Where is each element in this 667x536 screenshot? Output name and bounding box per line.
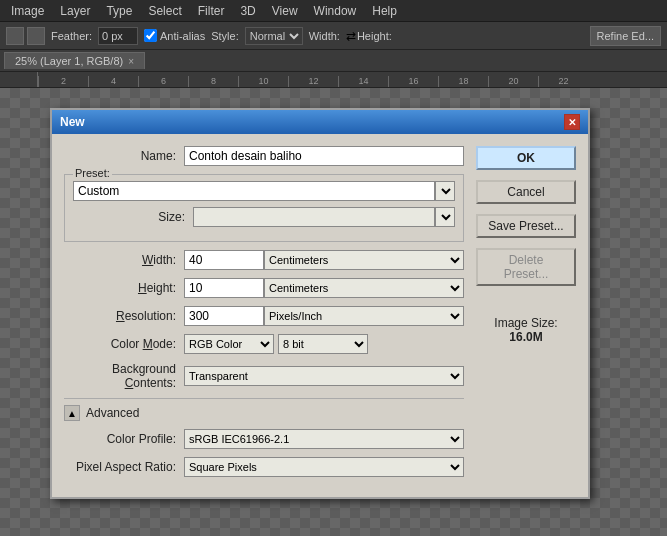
antialias-checkbox[interactable] [144,29,157,42]
ruler-mark-4: 4 [88,76,138,87]
height-unit-select[interactable]: Centimeters Pixels Inches [264,278,464,298]
height-label: Height: [357,30,392,42]
width-label: Width: [309,30,340,42]
ruler-mark-16: 16 [388,76,438,87]
resolution-label: Resolution: [64,309,184,323]
ruler-mark-12: 12 [288,76,338,87]
options-icon-1 [6,27,24,45]
advanced-toggle-button[interactable]: ▲ [64,405,80,421]
height-label: Height: [64,281,184,295]
width-unit-select[interactable]: Centimeters Pixels Inches [264,250,464,270]
divider [64,398,464,399]
bg-contents-select[interactable]: Transparent White Background Color [184,366,464,386]
menu-layer[interactable]: Layer [53,2,97,20]
dialog-titlebar: New ✕ [52,110,588,134]
preset-section-label: Preset: [73,167,112,179]
height-row: Height: Centimeters Pixels Inches [64,278,464,298]
preset-dropdown-container [73,181,455,201]
menu-image[interactable]: Image [4,2,51,20]
ruler-mark-2: 2 [38,76,88,87]
size-label: Size: [73,210,193,224]
options-icon-2 [27,27,45,45]
preset-input[interactable] [73,181,435,201]
color-bits-select[interactable]: 8 bit 16 bit 32 bit [278,334,368,354]
ruler-mark-18: 18 [438,76,488,87]
ruler-mark-6: 6 [138,76,188,87]
image-size-area: Image Size: 16.0M [476,316,576,344]
pixel-aspect-label: Pixel Aspect Ratio: [64,460,184,474]
bg-contents-label: Background Contents: [64,362,184,390]
feather-label: Feather: [51,30,92,42]
swap-icon: ⇄ [346,29,351,43]
color-profile-select[interactable]: sRGB IEC61966-2.1 Adobe RGB [184,429,464,449]
dialog-form: Name: Preset: [64,146,464,485]
ruler-mark-8: 8 [188,76,238,87]
image-size-value: 16.0M [476,330,576,344]
width-input[interactable] [184,250,264,270]
new-document-dialog: New ✕ Name: Preset: [50,108,590,499]
size-dropdown-container [193,207,455,227]
size-select[interactable] [435,207,455,227]
width-label: Width: [64,253,184,267]
color-mode-label: Color Mode: [64,337,184,351]
menu-help[interactable]: Help [365,2,404,20]
preset-row [73,181,455,201]
ruler-marks: 2 4 6 8 10 12 14 16 18 20 22 [38,76,667,87]
refine-edge-button[interactable]: Refine Ed... [590,26,661,46]
style-select[interactable]: Normal [245,27,303,45]
menu-filter[interactable]: Filter [191,2,232,20]
save-preset-button[interactable]: Save Preset... [476,214,576,238]
menu-bar: Image Layer Type Select Filter 3D View W… [0,0,667,22]
color-mode-row: Color Mode: RGB Color CMYK Color Graysca… [64,334,464,354]
ruler-mark-22: 22 [538,76,588,87]
resolution-row: Resolution: Pixels/Inch Pixels/Centimete… [64,306,464,326]
cancel-button[interactable]: Cancel [476,180,576,204]
advanced-label: Advanced [86,406,139,420]
ruler: 2 4 6 8 10 12 14 16 18 20 22 [0,72,667,88]
menu-select[interactable]: Select [141,2,188,20]
tab-close-button[interactable]: × [128,56,134,67]
dialog-buttons: OK Cancel Save Preset... Delete Preset..… [476,146,576,485]
delete-preset-button[interactable]: Delete Preset... [476,248,576,286]
menu-type[interactable]: Type [99,2,139,20]
style-label: Style: [211,30,239,42]
color-mode-select[interactable]: RGB Color CMYK Color Grayscale [184,334,274,354]
preset-select[interactable] [435,181,455,201]
ruler-mark-14: 14 [338,76,388,87]
pixel-aspect-row: Pixel Aspect Ratio: Square Pixels D1/DV … [64,457,464,477]
workspace: New ✕ Name: Preset: [0,88,667,536]
ok-button[interactable]: OK [476,146,576,170]
pixel-aspect-select[interactable]: Square Pixels D1/DV NTSC [184,457,464,477]
advanced-section-header: ▲ Advanced [64,405,464,421]
ruler-mark-20: 20 [488,76,538,87]
color-profile-label: Color Profile: [64,432,184,446]
color-profile-row: Color Profile: sRGB IEC61966-2.1 Adobe R… [64,429,464,449]
feather-input[interactable] [98,27,138,45]
resolution-input[interactable] [184,306,264,326]
dialog-body: Name: Preset: [52,134,588,497]
menu-view[interactable]: View [265,2,305,20]
menu-window[interactable]: Window [307,2,364,20]
name-input[interactable] [184,146,464,166]
tab-bar: 25% (Layer 1, RGB/8) × [0,50,667,72]
image-size-label: Image Size: [476,316,576,330]
height-input[interactable] [184,278,264,298]
name-label: Name: [64,149,184,163]
options-bar: Feather: Anti-alias Style: Normal Width:… [0,22,667,50]
antialias-label[interactable]: Anti-alias [144,29,205,42]
ruler-mark-10: 10 [238,76,288,87]
dialog-close-button[interactable]: ✕ [564,114,580,130]
width-row: Width: Centimeters Pixels Inches [64,250,464,270]
resolution-unit-select[interactable]: Pixels/Inch Pixels/Centimeter [264,306,464,326]
size-input[interactable] [193,207,435,227]
name-row: Name: [64,146,464,166]
app-window: Image Layer Type Select Filter 3D View W… [0,0,667,536]
menu-3d[interactable]: 3D [233,2,262,20]
size-row: Size: [73,207,455,227]
bg-contents-row: Background Contents: Transparent White B… [64,362,464,390]
dialog-title: New [60,115,85,129]
preset-section: Preset: Size: [64,174,464,242]
document-tab[interactable]: 25% (Layer 1, RGB/8) × [4,52,145,69]
tab-label: 25% (Layer 1, RGB/8) [15,55,123,67]
